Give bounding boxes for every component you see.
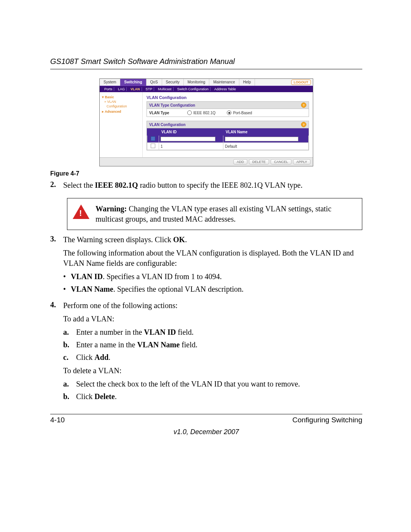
figure-caption: Figure 4-7 <box>50 170 362 177</box>
col-vlan-name: VLAN Name <box>223 129 308 136</box>
cfg-box-title: VLAN Configuration <box>149 123 186 127</box>
help-icon[interactable]: ? <box>301 122 306 127</box>
tab-system[interactable]: System <box>100 79 120 86</box>
col-vlan-id: VLAN ID <box>159 129 223 136</box>
subtab-lag[interactable]: LAG <box>116 87 127 91</box>
figure-screenshot: System Switching QoS Security Monitoring… <box>99 78 313 166</box>
cancel-button[interactable]: CANCEL <box>271 159 292 165</box>
step-2: 2. Select the IEEE 802.1Q radio button t… <box>50 180 362 193</box>
vlan-type-box: VLAN Type Configuration ? VLAN Type IEEE… <box>147 101 309 117</box>
tab-monitoring[interactable]: Monitoring <box>184 79 210 86</box>
cell-vlan-id: 1 <box>159 143 223 150</box>
tab-qos[interactable]: QoS <box>147 79 162 86</box>
tab-security[interactable]: Security <box>162 79 184 86</box>
doc-header-title: GS108T Smart Switch Software Administrat… <box>50 57 362 66</box>
sidebar-vlan[interactable]: » VLAN <box>104 100 140 104</box>
sidebar: ▾ Basic » VLAN Configuration ▸ Advanced <box>100 92 143 157</box>
cell-vlan-name: Default <box>223 143 308 150</box>
warning-icon <box>73 204 89 219</box>
sub-tabs: Ports LAG VLAN STP Multicast Switch Conf… <box>100 86 313 92</box>
sidebar-vlan-config[interactable]: Configuration <box>107 104 140 108</box>
sidebar-advanced[interactable]: ▸ Advanced <box>102 110 140 113</box>
add-button[interactable]: ADD <box>233 159 247 165</box>
vlan-config-box: VLAN Configuration ? VLAN ID VLAN Name <box>147 121 309 150</box>
sidebar-basic[interactable]: ▾ Basic <box>102 95 140 99</box>
top-tabs: System Switching QoS Security Monitoring… <box>100 79 313 86</box>
delete-button[interactable]: DELETE <box>249 159 269 165</box>
input-row <box>147 136 309 143</box>
button-bar: ADD DELETE CANCEL APPLY <box>100 157 313 166</box>
help-icon[interactable]: ? <box>301 102 306 108</box>
subtab-vlan[interactable]: VLAN <box>129 87 142 91</box>
table-row: 1 Default <box>147 143 309 150</box>
subtab-ports[interactable]: Ports <box>103 87 114 91</box>
footer-rule <box>50 414 362 414</box>
step-4: 4. Perform one of the following actions:… <box>50 300 362 405</box>
tab-maintenance[interactable]: Maintenance <box>209 79 239 86</box>
pane-title: VLAN Configuration <box>147 95 309 100</box>
radio-ieee[interactable]: IEEE 802.1Q <box>187 110 215 115</box>
radio-port-based[interactable]: Port-Based <box>227 110 252 115</box>
subtab-switch-config[interactable]: Switch Configuration <box>176 87 211 91</box>
apply-button[interactable]: APPLY <box>293 159 311 165</box>
vlan-table: VLAN ID VLAN Name 1 Default <box>147 128 309 150</box>
subtab-stp[interactable]: STP <box>144 87 155 91</box>
warning-box: Warning: Changing the VLAN type erases a… <box>67 198 362 230</box>
header-rule <box>50 69 362 69</box>
footer-page-number: 4-10 <box>50 416 65 424</box>
tab-help[interactable]: Help <box>239 79 255 86</box>
col-select <box>147 129 159 136</box>
logout-button[interactable]: LOGOUT <box>291 80 311 85</box>
tab-switching[interactable]: Switching <box>120 79 146 86</box>
vlan-type-label: VLAN Type <box>149 111 176 115</box>
step-3: 3. The Warning screen displays. Click OK… <box>50 235 362 297</box>
vlan-id-input[interactable] <box>161 137 215 141</box>
footer-version: v1.0, December 2007 <box>50 428 362 436</box>
warning-text: Warning: Changing the VLAN type erases a… <box>96 204 357 224</box>
subtab-address-table[interactable]: Address Table <box>213 87 237 91</box>
select-all-checkbox[interactable] <box>151 136 155 141</box>
vlan-name-input[interactable] <box>225 137 299 141</box>
row-checkbox[interactable] <box>151 144 155 148</box>
footer-section: Configuring Switching <box>292 416 362 424</box>
type-box-title: VLAN Type Configuration <box>149 103 195 107</box>
subtab-multicast[interactable]: Multicast <box>156 87 174 91</box>
